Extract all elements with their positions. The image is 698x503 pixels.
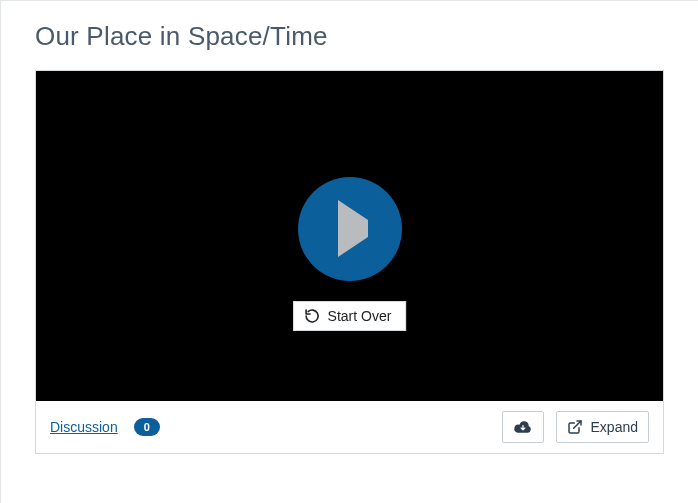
cloud-download-icon <box>513 419 533 435</box>
restart-icon <box>304 308 320 324</box>
play-icon <box>331 220 368 238</box>
video-area[interactable]: Start Over <box>36 71 663 401</box>
svg-line-0 <box>573 421 580 428</box>
expand-button[interactable]: Expand <box>556 411 649 443</box>
page-title: Our Place in Space/Time <box>35 21 664 52</box>
discussion-link[interactable]: Discussion <box>50 419 118 435</box>
play-button[interactable] <box>298 177 402 281</box>
start-over-label: Start Over <box>328 308 392 324</box>
video-toolbar: Discussion 0 <box>36 401 663 453</box>
discussion-count-badge: 0 <box>134 418 160 436</box>
download-button[interactable] <box>502 411 544 443</box>
expand-label: Expand <box>591 419 638 435</box>
start-over-button[interactable]: Start Over <box>293 301 407 331</box>
video-card: Start Over Discussion 0 <box>35 70 664 454</box>
external-link-icon <box>567 419 583 435</box>
content-frame: Our Place in Space/Time Start Over Discu… <box>0 0 698 503</box>
